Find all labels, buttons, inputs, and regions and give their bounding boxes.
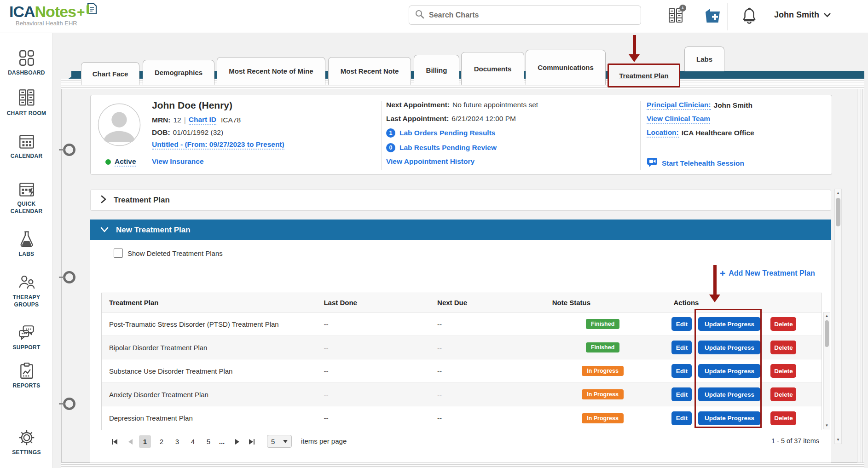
edit-button[interactable]: Edit xyxy=(671,317,692,331)
plan-name: Depression Treatment Plan xyxy=(102,414,316,422)
lab-results-link[interactable]: Lab Results Pending Review xyxy=(399,144,497,152)
update-progress-button[interactable]: Update Progress xyxy=(698,317,760,331)
table-scrollbar[interactable]: ▲ ▼ xyxy=(823,312,830,429)
scroll-down-icon[interactable]: ▼ xyxy=(824,423,830,428)
sidebar-item-calendar[interactable]: CALENDAR xyxy=(0,132,53,160)
scroll-down-icon[interactable]: ▼ xyxy=(835,438,841,442)
mrn-value: 12 xyxy=(173,116,181,124)
tab-demographics[interactable]: Demographics xyxy=(143,60,214,85)
delete-button[interactable]: Delete xyxy=(770,411,796,425)
next-due: -- xyxy=(430,391,546,399)
start-telehealth-link[interactable]: Start Telehealth Session xyxy=(662,159,744,168)
lab-orders-link[interactable]: Lab Orders Pending Results xyxy=(399,129,495,137)
notifications-bell-icon[interactable] xyxy=(740,6,758,25)
sidebar-item-therapy-groups[interactable]: THERAPY GROUPS xyxy=(0,273,53,308)
last-page-button[interactable] xyxy=(247,435,257,448)
previous-page-button[interactable] xyxy=(126,435,134,448)
active-status-link[interactable]: Active xyxy=(115,157,136,167)
treatment-plan-section-header[interactable]: Treatment Plan xyxy=(90,190,831,211)
new-treatment-plan-section-header[interactable]: New Treatment Plan xyxy=(90,220,831,240)
location-link[interactable]: Location: xyxy=(647,128,679,138)
new-chart-icon[interactable] xyxy=(703,6,722,25)
show-deleted-checkbox[interactable] xyxy=(114,248,123,258)
scroll-up-icon[interactable]: ▲ xyxy=(835,191,841,195)
page-ellipsis[interactable]: ... xyxy=(217,435,226,448)
tab-treatment-plan[interactable]: Treatment Plan xyxy=(608,64,680,87)
items-per-page-label: items per page xyxy=(301,437,347,445)
principal-clinician-link[interactable]: Principal Clinician: xyxy=(647,101,711,110)
last-done: -- xyxy=(316,367,430,375)
chart-room-shortcut-icon[interactable]: + xyxy=(666,6,685,25)
last-done: -- xyxy=(316,320,430,328)
add-new-treatment-plan-link[interactable]: + Add New Treatment Plan xyxy=(720,269,815,277)
plan-name: Substance Use Disorder Treatment Plan xyxy=(102,367,316,375)
first-page-button[interactable] xyxy=(110,435,120,448)
page-button-3[interactable]: 3 xyxy=(171,435,183,448)
sidebar-item-dashboard[interactable]: DASHBOARD xyxy=(0,48,53,76)
section-title: Treatment Plan xyxy=(114,196,170,205)
tab-documents[interactable]: Documents xyxy=(461,52,524,85)
view-insurance-link[interactable]: View Insurance xyxy=(152,157,204,166)
stacked-pages-bottom xyxy=(61,462,864,468)
support-chat-icon xyxy=(17,323,37,342)
edit-button[interactable]: Edit xyxy=(671,411,692,425)
update-progress-button[interactable]: Update Progress xyxy=(698,411,760,425)
sidebar-item-settings[interactable]: SETTINGS xyxy=(0,428,53,456)
sidebar-item-chart-room[interactable]: CHART ROOM xyxy=(0,88,53,117)
delete-button[interactable]: Delete xyxy=(770,317,796,331)
page-button-5[interactable]: 5 xyxy=(203,435,214,448)
tab-communications[interactable]: Communications xyxy=(526,50,606,85)
next-page-button[interactable] xyxy=(233,435,241,448)
view-appointment-history-link[interactable]: View Appointment History xyxy=(386,157,475,166)
episode-link[interactable]: Untitled - (From: 09/27/2023 to Present) xyxy=(152,140,284,150)
sidebar-item-quick-calendar[interactable]: QUICK CALENDAR xyxy=(0,179,53,215)
lab-orders-count-badge: 1 xyxy=(386,128,395,138)
tab-most-recent-note[interactable]: Most Recent Note xyxy=(328,57,411,85)
settings-gear-icon xyxy=(17,428,36,447)
plan-name: Post-Traumatic Stress Disorder (PTSD) Tr… xyxy=(102,320,316,328)
sidebar-item-labs[interactable]: LABS xyxy=(0,230,53,258)
scrollbar-thumb[interactable] xyxy=(836,198,840,226)
dob-label: DOB: xyxy=(152,128,170,137)
edit-button[interactable]: Edit xyxy=(671,387,692,401)
show-deleted-label: Show Deleted Treatment Plans xyxy=(127,249,223,257)
search-charts-box xyxy=(409,6,641,25)
table-row: Depression Treatment Plan -- -- In Progr… xyxy=(102,406,822,430)
page-button-4[interactable]: 4 xyxy=(187,435,199,448)
panel-scrollbar[interactable]: ▲ ▼ xyxy=(834,189,842,444)
tab-labs[interactable]: Labs xyxy=(684,46,724,71)
logo-document-icon xyxy=(85,1,98,19)
chart-id-link[interactable]: Chart ID xyxy=(189,116,216,125)
calendar-icon xyxy=(17,132,37,151)
tab-most-recent-note-of-mine[interactable]: Most Recent Note of Mine xyxy=(217,57,325,85)
scroll-up-icon[interactable]: ▲ xyxy=(824,314,830,318)
edit-button[interactable]: Edit xyxy=(671,341,692,354)
sidebar-item-support[interactable]: SUPPORT xyxy=(0,323,53,351)
search-input[interactable] xyxy=(429,11,622,19)
sidebar-item-reports[interactable]: REPORTS xyxy=(0,361,53,389)
update-progress-button[interactable]: Update Progress xyxy=(698,387,760,401)
scrollbar-thumb[interactable] xyxy=(825,320,829,347)
update-progress-button[interactable]: Update Progress xyxy=(698,364,760,378)
edit-button[interactable]: Edit xyxy=(671,364,692,378)
page-button-1[interactable]: 1 xyxy=(139,435,151,448)
user-menu[interactable]: John Smith xyxy=(774,10,831,20)
table-row: Substance Use Disorder Treatment Plan --… xyxy=(102,359,822,383)
sidebar-label: LABS xyxy=(19,250,35,258)
page-button-2[interactable]: 2 xyxy=(156,435,168,448)
update-progress-button[interactable]: Update Progress xyxy=(698,341,760,354)
delete-button[interactable]: Delete xyxy=(770,341,796,354)
sidebar-label: DASHBOARD xyxy=(8,69,45,76)
delete-button[interactable]: Delete xyxy=(770,387,796,401)
delete-button[interactable]: Delete xyxy=(770,364,796,378)
items-per-page-select[interactable]: 5 xyxy=(267,435,292,448)
binder-ring xyxy=(63,398,75,410)
tab-billing[interactable]: Billing xyxy=(414,55,459,85)
tab-chart-face[interactable]: Chart Face xyxy=(81,62,139,85)
treatment-plans-table: Treatment Plan Last Done Next Due Note S… xyxy=(101,293,822,430)
status-badge: Finished xyxy=(586,342,619,352)
last-done: -- xyxy=(316,414,430,422)
labs-flask-icon xyxy=(17,230,36,249)
view-clinical-team-link[interactable]: View Clinical Team xyxy=(647,115,710,124)
app-header: ICANotes+ Behavioral Health EHR + xyxy=(0,0,868,33)
